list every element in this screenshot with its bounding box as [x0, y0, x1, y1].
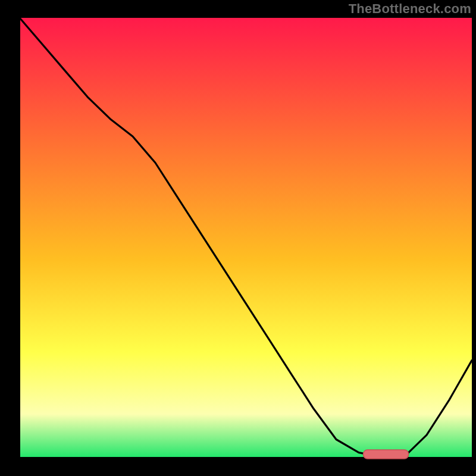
gradient-background: [20, 18, 472, 458]
y-axis: [15, 15, 20, 462]
optimal-marker: [364, 450, 409, 459]
bottleneck-chart: [0, 0, 476, 476]
chart-frame: { "watermark": "TheBottleneck.com", "col…: [0, 0, 476, 476]
